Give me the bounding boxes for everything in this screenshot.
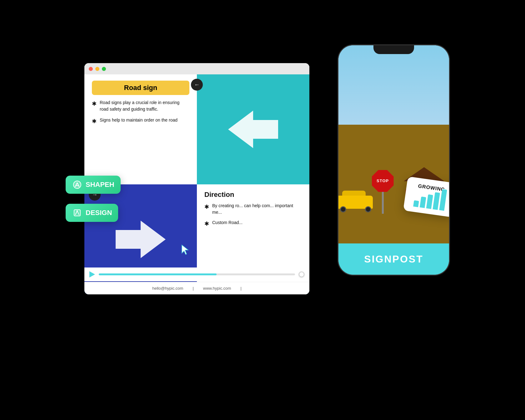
bullet-icon-1: ✱ (92, 100, 97, 108)
bar-1 (413, 200, 419, 207)
growing-bars (413, 191, 446, 211)
teal-arrow-panel (197, 74, 309, 184)
back-button[interactable]: ← (191, 79, 203, 91)
directions-bullet-2: ✱ Custom Road... (204, 219, 302, 228)
minimize-dot[interactable] (95, 67, 99, 71)
growing-badge: GROWING (403, 176, 450, 217)
left-arrow-icon (228, 111, 278, 148)
shapeh-badge[interactable]: SHAPEH (66, 176, 121, 194)
taxi (338, 195, 376, 212)
browser-footer: hello@hypic.com | www.hypic.com | (84, 282, 309, 294)
svg-point-5 (77, 210, 78, 212)
bar-3 (426, 194, 433, 209)
close-dot[interactable] (89, 67, 93, 71)
maximize-dot[interactable] (102, 67, 106, 71)
play-button[interactable] (89, 271, 95, 278)
phone: STOP SIGNPOST GROWING (338, 44, 450, 276)
signpost-label: SIGNPOST (364, 253, 423, 265)
svg-marker-1 (116, 221, 166, 258)
shapeh-label: SHAPEH (86, 181, 114, 189)
progress-fill (99, 273, 217, 275)
design-badge[interactable]: DESIGN (66, 204, 118, 222)
growing-label: GROWING (418, 183, 446, 192)
taxi-wheel-right (365, 206, 371, 212)
footer-email: hello@hypic.com (152, 286, 183, 291)
stop-text: STOP (377, 178, 389, 183)
dir-bullet-icon-1: ✱ (204, 203, 209, 211)
progress-thumb[interactable] (299, 272, 304, 277)
design-label: DESIGN (86, 209, 112, 217)
cursor-icon (181, 244, 190, 255)
svg-point-2 (73, 181, 81, 188)
bar-5 (439, 189, 447, 211)
directions-bullet-1: ✱ By creating ro... can help com... impo… (204, 202, 302, 216)
scene: Road sign ✱ Road signs play a crucial ro… (75, 38, 450, 382)
stop-sign: STOP (372, 170, 394, 192)
play-bar (84, 268, 309, 281)
phone-bottom-bar: SIGNPOST (338, 243, 449, 275)
directions-title: Direction (204, 191, 302, 199)
svg-marker-0 (228, 111, 278, 148)
bullet-icon-2: ✱ (92, 117, 97, 126)
browser-titlebar (84, 63, 309, 74)
footer-sep-2: | (240, 286, 241, 291)
progress-track[interactable] (99, 273, 295, 275)
phone-notch (373, 45, 414, 54)
bar-2 (420, 197, 426, 208)
phone-screen: STOP SIGNPOST (338, 45, 449, 275)
road-sign-card: Road sign ✱ Road signs play a crucial ro… (84, 74, 197, 184)
road-sign-bullet-1: ✱ Road signs play a crucial role in ensu… (92, 99, 189, 112)
road-sign-bullet-2: ✱ Signs help to maintain order on the ro… (92, 117, 189, 126)
bar-4 (433, 192, 440, 210)
dir-bullet-icon-2: ✱ (204, 220, 209, 228)
shapeh-icon (72, 179, 82, 190)
footer-website: www.hypic.com (203, 286, 231, 291)
taxi-wheel-left (340, 206, 346, 212)
design-icon (72, 208, 82, 218)
road-sign-title: Road sign (92, 81, 189, 95)
right-arrow-icon (116, 221, 166, 258)
footer-sep-1: | (192, 286, 193, 291)
phone-sky (338, 45, 449, 134)
stop-sign-pole (382, 189, 384, 214)
